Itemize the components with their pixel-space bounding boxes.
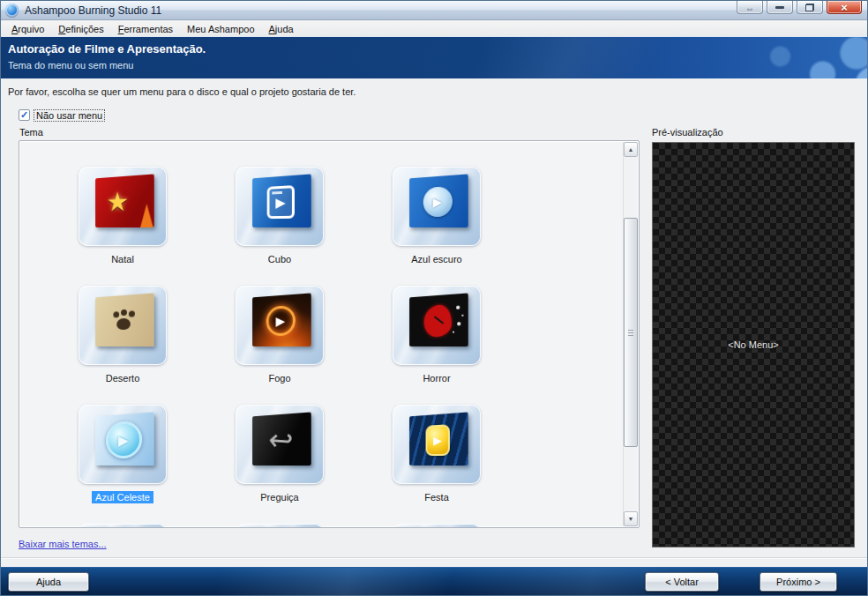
theme-listbox: NatalCuboAzul escuroDesertoFogoHorrorAzu… xyxy=(19,140,640,528)
theme-item-cubo[interactable]: Cubo xyxy=(201,167,358,265)
window-controls xyxy=(737,1,862,14)
close-icon xyxy=(841,0,848,14)
wizard-header: Autoração de Filme e Apresentação. Tema … xyxy=(1,36,867,78)
no-menu-placeholder: <No Menu> xyxy=(728,339,778,350)
help-button[interactable]: Ajuda xyxy=(8,572,89,592)
restore-icon xyxy=(805,4,814,11)
theme-item-azul-escuro[interactable]: Azul escuro xyxy=(358,167,515,265)
instruction-text: Por favor, escolha se quer um menu para … xyxy=(8,86,355,97)
horror-theme-icon xyxy=(409,293,468,346)
theme-thumbnail[interactable] xyxy=(79,286,167,365)
theme-thumbnail[interactable] xyxy=(393,524,481,527)
title-bar[interactable]: Ashampoo Burning Studio 11 xyxy=(1,1,867,20)
theme-thumbnail[interactable] xyxy=(393,286,481,365)
azul-celeste-glyph-icon xyxy=(106,421,142,458)
minimize-icon xyxy=(775,6,784,9)
theme-item-festa[interactable]: Festa xyxy=(358,405,515,503)
close-button[interactable] xyxy=(827,1,862,14)
menu-item-ajuda[interactable]: Ajuda xyxy=(262,23,301,35)
theme-label: Natal xyxy=(108,253,138,265)
theme-thumbnail[interactable] xyxy=(393,405,481,484)
footer-bar: Ajuda < Voltar Próximo > xyxy=(1,567,867,595)
festa-glyph-icon xyxy=(426,424,450,456)
cubo-theme-icon xyxy=(252,174,311,227)
theme-thumbnail[interactable] xyxy=(236,405,324,484)
cubo-glyph-icon xyxy=(267,185,295,219)
scroll-down-icon[interactable]: ▼ xyxy=(624,511,638,526)
deserto-glyph-icon xyxy=(112,309,136,332)
restore-button[interactable] xyxy=(797,1,823,14)
theme-label: Fogo xyxy=(265,372,294,384)
checkbox-checked-icon[interactable] xyxy=(19,109,30,121)
theme-label: Cubo xyxy=(265,253,295,265)
theme-scrollbar[interactable]: ▲ ▼ xyxy=(623,142,638,526)
menu-bar: ArquivoDefiniçõesFerramentasMeu Ashampoo… xyxy=(1,21,867,36)
theme-thumbnail[interactable] xyxy=(236,524,324,527)
azul-escuro-theme-icon xyxy=(409,174,468,227)
menu-item-arquivo[interactable]: Arquivo xyxy=(4,23,51,35)
page-subtitle: Tema do menu ou sem menu xyxy=(8,60,133,71)
download-more-themes-link[interactable]: Baixar mais temas... xyxy=(19,539,107,549)
horror-glyph-icon xyxy=(424,304,452,337)
menu-item-defini-es[interactable]: Definições xyxy=(51,23,110,35)
theme-label: Preguiça xyxy=(257,491,302,503)
preguica-theme-icon xyxy=(252,412,311,466)
fogo-theme-icon xyxy=(252,293,311,346)
theme-item-fogo[interactable]: Fogo xyxy=(201,286,358,384)
resize-button[interactable] xyxy=(737,1,763,14)
theme-thumbnail[interactable] xyxy=(236,286,324,365)
theme-label: Festa xyxy=(421,491,453,503)
theme-item-azul-celeste[interactable]: Azul Celeste xyxy=(44,405,201,503)
theme-label: Azul Celeste xyxy=(92,491,153,503)
theme-item-deserto[interactable]: Deserto xyxy=(44,286,201,384)
theme-grid: NatalCuboAzul escuroDesertoFogoHorrorAzu… xyxy=(19,141,623,527)
footer-divider xyxy=(1,557,867,559)
no-menu-checkbox[interactable]: Não usar menu xyxy=(19,109,104,121)
theme-thumbnail[interactable] xyxy=(393,167,481,246)
theme-tile-partial[interactable] xyxy=(358,524,515,527)
theme-thumbnail[interactable] xyxy=(79,405,167,484)
window-title: Ashampoo Burning Studio 11 xyxy=(25,4,161,17)
festa-theme-icon xyxy=(409,412,468,466)
menu-item-meu-ashampoo[interactable]: Meu Ashampoo xyxy=(180,23,261,35)
deserto-theme-icon xyxy=(95,293,154,346)
natal-theme-icon xyxy=(95,174,154,227)
theme-label: Horror xyxy=(419,372,453,384)
scroll-up-icon[interactable]: ▲ xyxy=(624,142,638,157)
resize-icon xyxy=(745,0,754,14)
next-button[interactable]: Próximo > xyxy=(760,572,837,592)
preguica-glyph-icon xyxy=(268,426,293,454)
fogo-glyph-icon xyxy=(266,305,296,336)
page-title: Autoração de Filme e Apresentação. xyxy=(8,42,206,56)
theme-tile-partial[interactable] xyxy=(44,524,201,527)
natal-glyph-icon xyxy=(112,188,135,215)
theme-label: Deserto xyxy=(102,372,144,384)
preview-area: <No Menu> xyxy=(652,142,855,548)
theme-label: Azul escuro xyxy=(408,253,465,265)
app-icon xyxy=(5,4,19,17)
theme-item-natal[interactable]: Natal xyxy=(44,167,201,265)
theme-thumbnail[interactable] xyxy=(79,524,167,527)
theme-tile-partial[interactable] xyxy=(201,524,358,527)
back-button[interactable]: < Voltar xyxy=(645,572,719,592)
azul-celeste-theme-icon xyxy=(95,412,154,466)
preview-label: Pré-visualização xyxy=(652,127,723,138)
scrollbar-thumb[interactable] xyxy=(624,218,638,447)
theme-item-horror[interactable]: Horror xyxy=(358,286,515,384)
theme-item-preguica[interactable]: Preguiça xyxy=(201,405,358,503)
azul-escuro-glyph-icon xyxy=(423,186,453,217)
theme-section-label: Tema xyxy=(19,127,43,138)
theme-thumbnail[interactable] xyxy=(79,167,167,246)
checkbox-label[interactable]: Não usar menu xyxy=(34,110,104,121)
minimize-button[interactable] xyxy=(767,1,793,14)
theme-thumbnail[interactable] xyxy=(236,167,324,246)
menu-item-ferramentas[interactable]: Ferramentas xyxy=(111,23,180,35)
app-window: Ashampoo Burning Studio 11 ArquivoDefini… xyxy=(0,0,868,596)
